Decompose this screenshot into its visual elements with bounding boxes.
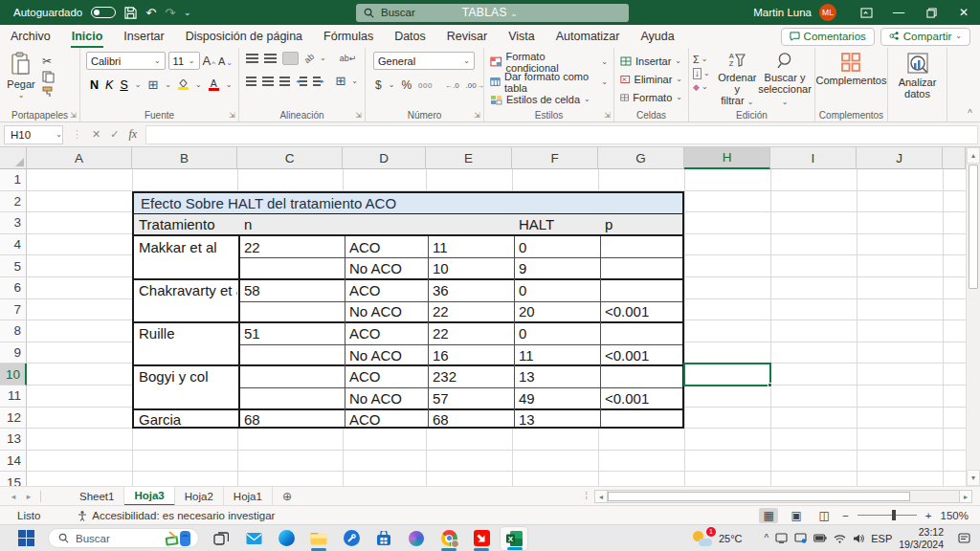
redo-icon[interactable]: ↷	[165, 7, 175, 19]
cell-n[interactable]	[239, 257, 343, 279]
row-header-8[interactable]: 8	[0, 320, 27, 342]
cell-p[interactable]: <0.001	[600, 301, 684, 323]
cell-val1[interactable]: 11	[428, 236, 512, 258]
cell-val1[interactable]: 36	[428, 279, 512, 301]
column-header-h-selected[interactable]: H	[684, 147, 770, 169]
zoom-slider-thumb[interactable]	[892, 510, 896, 520]
header-halt[interactable]: HALT	[514, 214, 598, 234]
cell-study[interactable]: Makkar et al	[134, 236, 237, 258]
fill-color-chevron-icon[interactable]: ⌄	[195, 81, 202, 89]
align-center-icon[interactable]	[262, 77, 273, 86]
cell-p[interactable]	[600, 279, 684, 301]
cell-p[interactable]	[600, 365, 684, 387]
cell-val1[interactable]: 10	[428, 257, 512, 279]
comma-style-button[interactable]: 000	[418, 81, 433, 90]
cell-study[interactable]: Chakravarty et al	[134, 279, 237, 301]
paste-button[interactable]: Pegar ⌄	[0, 52, 42, 106]
sheet-nav-left-icon[interactable]: ◂	[6, 492, 21, 501]
wifi-tray-icon[interactable]	[834, 534, 846, 543]
cell-val1[interactable]: 16	[428, 344, 512, 366]
cell-halt[interactable]: 49	[514, 387, 598, 409]
cell-n[interactable]: 68	[239, 409, 343, 431]
increase-indent-icon[interactable]: ▸	[313, 77, 324, 86]
row-header-14[interactable]: 14	[0, 451, 27, 473]
insert-cells-button[interactable]: Insertar⌄	[620, 54, 682, 68]
virtual-desktop-tray-icon[interactable]	[775, 533, 788, 543]
clipboard-dialog-launcher-icon[interactable]: ⇲	[70, 111, 77, 120]
underline-button[interactable]: S	[120, 78, 127, 92]
cell-p[interactable]	[600, 409, 684, 431]
font-name-select[interactable]: Calibri⌄	[86, 52, 166, 70]
decrease-indent-icon[interactable]: ◂	[296, 77, 307, 86]
row-header-4[interactable]: 4	[0, 234, 27, 256]
merge-chevron-icon[interactable]: ⌄	[351, 77, 358, 85]
cell-study[interactable]	[134, 344, 237, 366]
chrome-browser-icon[interactable]	[434, 526, 463, 551]
confirm-entry-icon[interactable]: ✓	[110, 128, 119, 141]
percent-style-button[interactable]: %	[401, 78, 412, 92]
scroll-up-icon[interactable]: ▴	[967, 147, 980, 164]
row-header-10-selected[interactable]: 10	[0, 364, 27, 386]
zoom-in-icon[interactable]: +	[925, 510, 932, 521]
zoom-slider[interactable]	[858, 515, 917, 516]
scrollbar-grip-icon[interactable]: ⁞	[585, 491, 588, 501]
language-indicator[interactable]: ESP	[871, 533, 892, 544]
close-button[interactable]: ✕	[947, 0, 980, 25]
font-dialog-launcher-icon[interactable]: ⇲	[229, 111, 235, 120]
autosum-button[interactable]: Σ⌄	[693, 54, 716, 65]
cell-halt[interactable]: 20	[514, 301, 598, 323]
increase-decimal-button[interactable]: ←.0	[445, 81, 459, 90]
tab-archivo[interactable]: Archivo	[0, 25, 61, 48]
sort-filter-button[interactable]: AZ Ordenar yfiltrar ⌄	[716, 52, 759, 106]
cell-val1[interactable]: 68	[428, 409, 512, 431]
number-format-select[interactable]: General⌄	[373, 52, 475, 70]
sheet-tab-hoja2[interactable]: Hoja2	[175, 487, 224, 506]
undo-icon[interactable]: ↶	[145, 7, 156, 19]
row-header-13[interactable]: 13	[0, 429, 27, 451]
settings-tool-icon[interactable]	[337, 526, 366, 551]
addins-button[interactable]: Complementos	[816, 52, 887, 106]
battery-tray-icon[interactable]	[813, 534, 827, 542]
cancel-entry-icon[interactable]: ✕	[92, 128, 100, 141]
styles-dialog-launcher-icon[interactable]: ⇲	[604, 111, 611, 120]
cell-halt[interactable]: 13	[514, 409, 598, 431]
share-button[interactable]: Compartir ⌄	[880, 28, 970, 46]
customize-quick-access-icon[interactable]: ⌄	[184, 9, 191, 17]
copy-icon[interactable]	[42, 71, 55, 83]
cell-study[interactable]: Bogyi y col	[134, 365, 237, 387]
cell-halt[interactable]: 0	[514, 322, 598, 344]
cell-val1[interactable]: 22	[428, 301, 512, 323]
column-header-c[interactable]: C	[237, 147, 343, 169]
accounting-format-button[interactable]: $	[375, 78, 382, 92]
edge-browser-icon[interactable]	[272, 526, 301, 551]
sheet-nav-right-icon[interactable]: ▸	[21, 492, 36, 501]
cell-p[interactable]	[600, 322, 684, 344]
cell-grupo[interactable]: ACO	[345, 236, 426, 258]
name-box[interactable]: H10⌄	[4, 125, 63, 144]
user-name[interactable]: Martin Luna	[753, 7, 812, 18]
volume-tray-icon[interactable]	[853, 534, 864, 543]
font-color-chevron-icon[interactable]: ⌄	[226, 81, 233, 89]
select-all-corner[interactable]	[0, 147, 27, 169]
header-p[interactable]: p	[600, 214, 684, 234]
row-header-6[interactable]: 6	[0, 277, 27, 299]
tab-vista[interactable]: Vista	[498, 25, 546, 48]
tab-insertar[interactable]: Insertar	[113, 25, 174, 48]
fill-color-button[interactable]	[178, 79, 189, 90]
cell-styles-button[interactable]: Estilos de celda⌄	[490, 94, 608, 105]
cell-halt[interactable]: 0	[514, 236, 598, 258]
column-header-g[interactable]: G	[598, 147, 684, 169]
fill-button[interactable]: ↓⌄	[693, 68, 716, 79]
weather-widget[interactable]: 1	[693, 531, 712, 546]
orientation-icon[interactable]: ab	[302, 52, 316, 65]
autosave-toggle[interactable]	[91, 7, 116, 18]
excel-app-icon[interactable]: X	[500, 526, 528, 551]
column-header-d[interactable]: D	[343, 147, 426, 169]
cell-grupo[interactable]: ACO	[345, 279, 426, 301]
cell-study[interactable]	[134, 301, 237, 323]
header-n[interactable]: n	[239, 214, 343, 234]
tab-datos[interactable]: Datos	[384, 25, 436, 48]
microsoft-store-icon[interactable]	[369, 526, 398, 551]
borders-chevron-icon[interactable]: ⌄	[165, 81, 171, 89]
row-header-15[interactable]: 15	[0, 472, 27, 486]
